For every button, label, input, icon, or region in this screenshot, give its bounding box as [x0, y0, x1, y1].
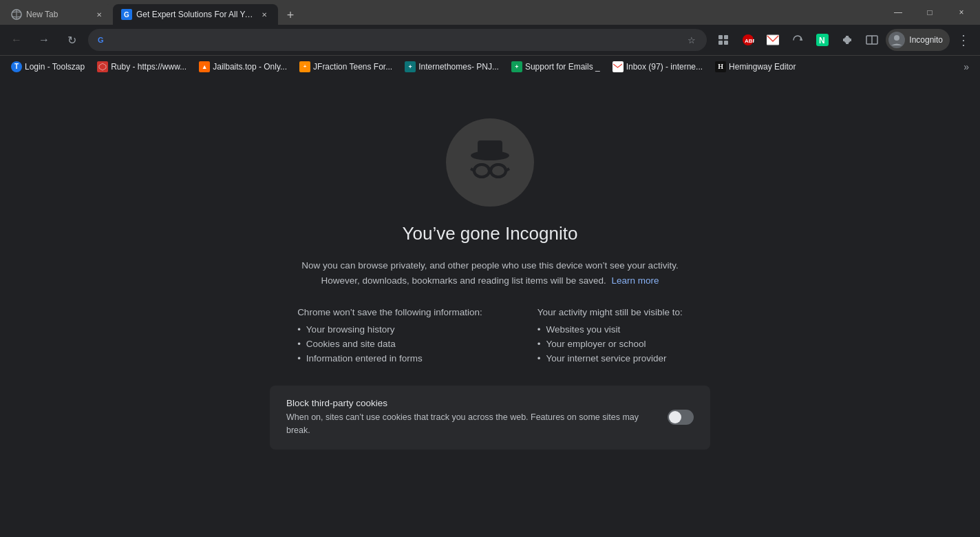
bookmark-label-internethomes: Internethomes- PNJ...	[418, 62, 499, 72]
svg-rect-6	[718, 35, 723, 39]
bookmark-support-emails[interactable]: + Support for Emails _	[506, 59, 606, 75]
svg-rect-20	[613, 63, 622, 70]
svg-point-28	[474, 165, 489, 177]
svg-rect-9	[724, 41, 728, 45]
activity-visible-column: Your activity might still be visible to:…	[537, 307, 683, 364]
bookmark-star-icon[interactable]: ☆	[685, 33, 699, 47]
back-button[interactable]: ←	[6, 29, 28, 51]
bookmark-jfraction[interactable]: + JFraction Teens For...	[294, 59, 398, 75]
bookmark-label-inbox: Inbox (97) - interne...	[626, 62, 703, 72]
tab-close-expert[interactable]: ✕	[259, 9, 270, 20]
svg-text:N: N	[819, 36, 825, 45]
bookmark-inbox[interactable]: Inbox (97) - interne...	[607, 59, 708, 75]
toggle-knob	[669, 411, 681, 423]
profile-label: Incognito	[909, 35, 943, 45]
window-controls: — □ ×	[882, 0, 977, 25]
svg-rect-8	[718, 41, 723, 45]
tab-favicon-expert: G	[121, 9, 132, 20]
tab-title-expert: Get Expert Solutions For All Your...	[136, 10, 255, 19]
info-columns: Chrome won’t save the following informat…	[263, 307, 717, 364]
bookmark-favicon-hemingway: H	[715, 61, 726, 72]
tab-title-new-tab: New Tab	[26, 10, 89, 19]
wont-save-item-1: • Your browsing history	[297, 324, 482, 335]
gmail-icon[interactable]	[762, 29, 784, 51]
incognito-title: You’ve gone Incognito	[403, 223, 578, 244]
svg-rect-7	[724, 35, 728, 39]
title-bar: New Tab ✕ G Get Expert Solutions For All…	[0, 0, 980, 25]
close-button[interactable]: ×	[946, 0, 977, 25]
profile-button[interactable]: Incognito	[886, 29, 950, 51]
tab-close-new-tab[interactable]: ✕	[94, 9, 105, 20]
cookie-block-desc: When on, sites can’t use cookies that tr…	[286, 411, 657, 437]
menu-button[interactable]: ⋮	[952, 29, 974, 51]
svg-point-29	[491, 165, 506, 177]
bookmark-login-toolszap[interactable]: T Login - Toolszap	[6, 59, 90, 75]
browser-frame: New Tab ✕ G Get Expert Solutions For All…	[0, 0, 980, 537]
visible-item-2: • Your employer or school	[537, 339, 683, 349]
svg-point-18	[894, 35, 899, 41]
incognito-icon	[462, 135, 518, 190]
tabs-area: New Tab ✕ G Get Expert Solutions For All…	[3, 0, 882, 25]
tab-favicon-new-tab	[11, 9, 22, 20]
bookmark-favicon-toolszap: T	[11, 61, 22, 72]
cookie-block-title: Block third-party cookies	[286, 398, 657, 408]
wont-save-item-3: • Information entered in forms	[297, 353, 482, 364]
visible-item-3: • Your internet service provider	[537, 353, 683, 364]
main-content: You’ve gone Incognito Now you can browse…	[0, 77, 980, 537]
bookmark-label-jailbaits: Jailbaits.top - Only...	[213, 62, 287, 72]
svg-rect-22	[478, 140, 502, 156]
n-extension-icon[interactable]: N	[811, 29, 833, 51]
svg-text:G: G	[124, 11, 129, 19]
url-input[interactable]	[113, 34, 679, 45]
bookmark-internethomes[interactable]: + Internethomes- PNJ...	[399, 59, 504, 75]
bookmarks-bar: T Login - Toolszap Ruby - https://www...…	[0, 55, 980, 77]
bookmark-label-hemingway: Hemingway Editor	[729, 62, 796, 72]
bookmark-ruby[interactable]: Ruby - https://www...	[92, 59, 192, 75]
profile-avatar	[888, 32, 905, 48]
reload-button[interactable]: ↻	[61, 29, 83, 51]
wont-save-item-2: • Cookies and site data	[297, 339, 482, 349]
extensions-puzzle-icon[interactable]	[836, 29, 858, 51]
tab-new-tab[interactable]: New Tab ✕	[3, 4, 113, 25]
chrome-wont-save-title: Chrome won’t save the following informat…	[297, 307, 482, 317]
toolbar-icons: ABP N	[712, 29, 974, 51]
incognito-icon-container	[446, 118, 534, 207]
abp-icon[interactable]: ABP	[737, 29, 759, 51]
bookmark-favicon-jfrac: +	[299, 61, 310, 72]
address-bar-icons: ☆	[685, 33, 699, 47]
svg-text:ABP: ABP	[745, 38, 754, 44]
bookmark-favicon-gmail	[612, 61, 624, 72]
bookmark-jailbaits[interactable]: ▲ Jailbaits.top - Only...	[193, 59, 292, 75]
svg-marker-19	[99, 63, 106, 70]
cookie-text: Block third-party cookies When on, sites…	[286, 398, 657, 437]
nav-bar: ← → ↻ G ☆	[0, 25, 980, 55]
visible-item-1: • Websites you visit	[537, 324, 683, 335]
google-logo-icon: G	[96, 34, 107, 45]
minimize-button[interactable]: —	[882, 0, 914, 25]
bookmark-hemingway[interactable]: H Hemingway Editor	[710, 59, 801, 75]
tab-expert-solutions[interactable]: G Get Expert Solutions For All Your... ✕	[113, 4, 278, 25]
bookmark-favicon-support: +	[511, 61, 522, 72]
bookmark-favicon-internet: +	[405, 61, 416, 72]
bookmarks-more-button[interactable]: »	[958, 59, 974, 75]
maximize-button[interactable]: □	[914, 0, 946, 25]
bookmark-label-jfraction: JFraction Teens For...	[313, 62, 392, 72]
learn-more-link[interactable]: Learn more	[611, 275, 659, 286]
bookmark-label-ruby: Ruby - https://www...	[111, 62, 187, 72]
cookie-block-box: Block third-party cookies When on, sites…	[270, 386, 710, 450]
sync-icon[interactable]	[787, 29, 809, 51]
incognito-description: Now you can browse privately, and other …	[301, 258, 678, 288]
address-bar[interactable]: G ☆	[88, 29, 707, 51]
bookmark-favicon-ruby	[97, 61, 108, 72]
svg-text:G: G	[98, 36, 104, 44]
split-screen-icon[interactable]	[861, 29, 883, 51]
activity-visible-title: Your activity might still be visible to:	[537, 307, 683, 317]
forward-button[interactable]: →	[33, 29, 55, 51]
bookmark-label-support: Support for Emails _	[525, 62, 600, 72]
bookmark-label-toolszap: Login - Toolszap	[25, 62, 85, 72]
cookie-toggle[interactable]	[668, 410, 694, 425]
bookmark-favicon-jail: ▲	[199, 61, 210, 72]
chrome-wont-save-column: Chrome won’t save the following informat…	[297, 307, 482, 364]
extensions-icon[interactable]	[712, 29, 734, 51]
new-tab-button[interactable]: +	[281, 6, 300, 25]
